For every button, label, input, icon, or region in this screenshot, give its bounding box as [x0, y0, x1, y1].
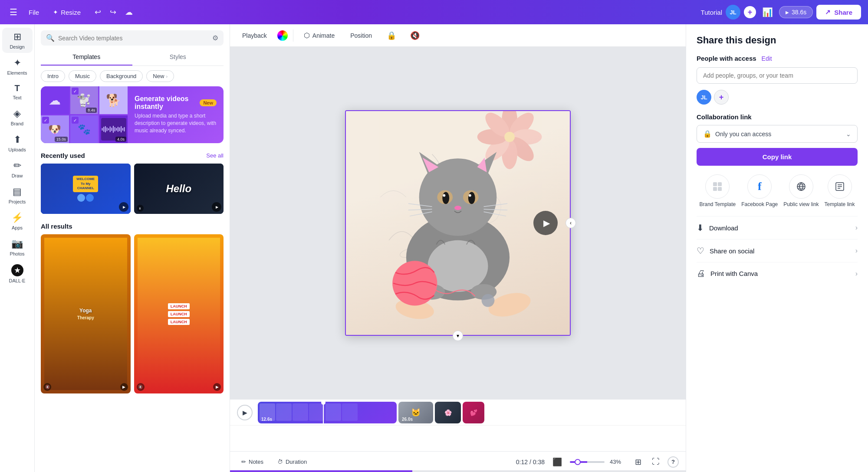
text-icon: T — [14, 83, 20, 93]
template-link-option[interactable]: Template link — [825, 174, 855, 207]
screen-layout-button[interactable]: ⬛ — [550, 456, 565, 469]
position-button[interactable]: Position — [345, 30, 377, 42]
result-thumb-launch[interactable]: LAUNCH LAUNCH LAUNCH 🔇 ▶ — [134, 234, 224, 393]
sidebar-item-dalle[interactable]: ★ DALL·E — [2, 261, 33, 287]
grid-view-button[interactable]: ⊞ — [632, 456, 644, 469]
sidebar-item-elements[interactable]: ✦ Elements — [2, 54, 33, 79]
chip-intro[interactable]: Intro — [41, 70, 65, 82]
color-wheel-button[interactable] — [277, 30, 288, 41]
timeline-progress-bar — [230, 470, 686, 472]
redo-button[interactable]: ↪ — [106, 5, 120, 20]
sidebar-item-design[interactable]: ⊞ Design — [2, 28, 33, 53]
share-button[interactable]: ↗ Share — [816, 5, 861, 20]
svg-rect-55 — [713, 187, 717, 191]
search-row: 🔍 ⚙ — [41, 30, 224, 46]
check-icon3: ✓ — [72, 117, 79, 124]
brand-template-option[interactable]: Brand Template — [699, 174, 736, 207]
share-icon: ↗ — [825, 8, 831, 16]
svg-rect-9 — [116, 128, 117, 131]
filter-chips: Intro Music Background New › — [35, 66, 230, 86]
people-input[interactable] — [697, 67, 858, 84]
panel-tabs: Templates Styles — [41, 49, 224, 66]
lock-button[interactable]: 🔒 — [382, 28, 401, 43]
animate-button[interactable]: ⬡ Animate — [299, 29, 340, 42]
sidebar-item-text[interactable]: T Text — [2, 80, 33, 104]
generate-banner[interactable]: ☁ ✓ 🐩 8.4s 🐕 ✓ 🐶 15.0s — [41, 86, 224, 143]
chip-music[interactable]: Music — [69, 70, 96, 82]
resize-icon: ✦ — [53, 9, 58, 16]
sidebar-item-draw[interactable]: ✏ Draw — [2, 157, 33, 182]
share-options-row: Brand Template f Facebook Page — [697, 174, 858, 207]
playback-button[interactable]: Playback — [237, 30, 272, 42]
timeline-play-button[interactable]: ▶ — [237, 405, 253, 420]
cloud-save-button[interactable]: ☁ — [122, 5, 136, 20]
audio-toggle-button2[interactable]: 🔇 — [137, 383, 145, 391]
notes-button[interactable]: ✏ Notes — [237, 456, 268, 468]
expand-button[interactable]: ⛶ — [649, 456, 662, 468]
tab-styles[interactable]: Styles — [132, 49, 224, 66]
facebook-label: Facebook Page — [741, 201, 778, 207]
undo-button[interactable]: ↩ — [91, 5, 105, 20]
yoga-text: Yoga — [79, 308, 92, 314]
therapy-text: Therapy — [77, 315, 94, 320]
play-overlay-hello[interactable]: ▶ — [212, 202, 221, 212]
access-dropdown[interactable]: 🔒 Only you can access ⌄ — [697, 125, 858, 143]
filter-button[interactable]: ⚙ — [212, 34, 218, 42]
play-button[interactable]: ▶ — [120, 383, 128, 391]
svg-rect-4 — [108, 128, 109, 130]
menu-icon[interactable]: ☰ — [7, 4, 20, 20]
collapse-timeline-button[interactable]: ▾ — [453, 331, 463, 341]
canvas-play-button[interactable]: ▶ — [533, 211, 558, 235]
timeline-clip-main[interactable]: 12.6s — [258, 402, 397, 423]
download-action[interactable]: ⬇ Download › — [697, 216, 858, 239]
timeline-clip-4[interactable]: 💕 — [463, 402, 484, 423]
facebook-option[interactable]: f Facebook Page — [741, 174, 778, 207]
copy-link-button[interactable]: Copy link — [697, 148, 858, 166]
chevron-right-icon: › — [855, 224, 858, 232]
sidebar-label-projects: Projects — [9, 199, 26, 204]
svg-rect-11 — [119, 128, 120, 131]
timeline-clip-3[interactable]: 🌸 — [435, 402, 461, 423]
public-view-option[interactable]: Public view link — [783, 174, 819, 207]
svg-rect-54 — [718, 182, 722, 186]
sidebar-item-photos[interactable]: 📷 Photos — [2, 235, 33, 260]
playback-duration[interactable]: ▶ 38.6s — [779, 6, 813, 18]
gen-thumb-dog4: ✓ 🐾 — [70, 115, 99, 143]
add-people-button[interactable]: + — [714, 90, 729, 105]
play-overlay[interactable]: ▶ — [119, 202, 128, 212]
sidebar-item-brand[interactable]: ◈ Brand — [2, 105, 33, 130]
sidebar-item-apps[interactable]: ⚡ Apps — [2, 209, 33, 234]
file-menu-button[interactable]: File — [23, 6, 44, 19]
chip-background[interactable]: Background — [100, 70, 143, 82]
hide-panel-button[interactable]: ‹ — [566, 218, 576, 228]
resize-button[interactable]: ✦ Resize — [48, 6, 86, 19]
sidebar-item-projects[interactable]: ▤ Projects — [2, 183, 33, 208]
notes-icon: ✏ — [241, 459, 246, 465]
gen-thumb-dog1: ✓ 🐩 8.4s — [70, 86, 99, 114]
gen-thumb-upload: ☁ — [41, 86, 69, 114]
sidebar-item-uploads[interactable]: ⬆ Uploads — [2, 131, 33, 156]
chip-new[interactable]: New › — [146, 70, 174, 82]
user-avatar[interactable]: JL — [726, 5, 740, 20]
recent-thumb-hello[interactable]: Hello ▶ ⏸ — [134, 164, 224, 214]
recent-thumb-welcome[interactable]: WELCOMETo MyCHANNEL ▶ — [41, 164, 131, 214]
timeline-clip-2[interactable]: 🐱 26.0s — [398, 402, 433, 423]
stats-button[interactable]: 📊 — [760, 4, 776, 20]
sidebar-label-elements: Elements — [7, 70, 27, 75]
edit-link[interactable]: Edit — [762, 55, 772, 62]
add-collaborator-button[interactable]: + — [744, 6, 756, 18]
print-label: Print with Canva — [710, 270, 855, 277]
social-share-action[interactable]: ♡ Share on social › — [697, 239, 858, 262]
print-action[interactable]: 🖨 Print with Canva › — [697, 262, 858, 285]
audio-button[interactable]: 🔇 — [406, 28, 424, 43]
sidebar-label-apps: Apps — [12, 225, 23, 230]
svg-rect-7 — [112, 126, 113, 133]
search-input[interactable] — [58, 35, 209, 42]
see-all-button[interactable]: See all — [206, 152, 224, 159]
help-button[interactable]: ? — [667, 456, 679, 468]
zoom-slider[interactable] — [570, 461, 605, 463]
duration-button[interactable]: ⏱ Duration — [273, 456, 311, 468]
tab-templates[interactable]: Templates — [41, 49, 132, 66]
tutorial-label[interactable]: Tutorial — [701, 9, 722, 16]
result-thumb-yoga[interactable]: Yoga Therapy 🔇 ▶ — [41, 234, 131, 393]
